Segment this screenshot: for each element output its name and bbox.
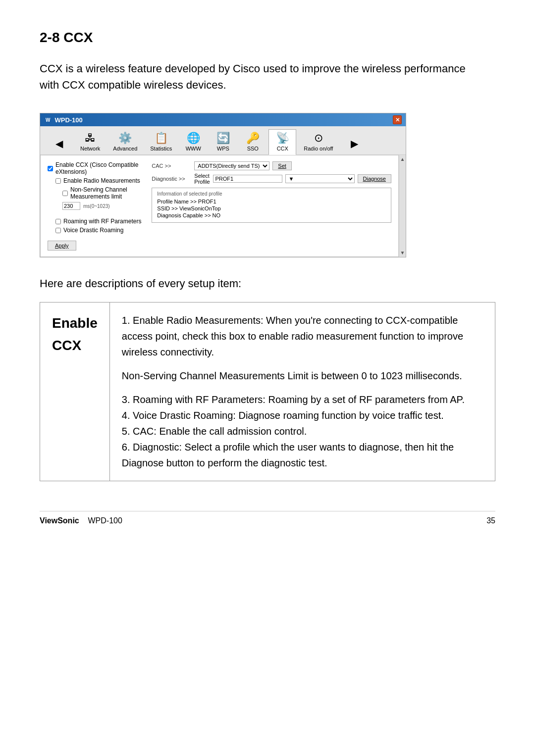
www-icon: 🌐: [187, 132, 200, 145]
enable-ccx-label: Enable CCX (Cisco Compatible eXtensions): [55, 161, 145, 175]
next-icon: ▶: [351, 138, 358, 150]
toolbar-sso[interactable]: 🔑 SSO: [239, 129, 267, 154]
enable-ccx-row: Enable CCX (Cisco Compatible eXtensions): [48, 161, 145, 175]
info-box: Information of selected profile Profile …: [152, 188, 391, 223]
network-label: Network: [80, 146, 100, 151]
profile-input[interactable]: [213, 175, 282, 183]
info-box-title: Information of selected profile: [157, 191, 386, 197]
wps-label: WPS: [217, 146, 229, 151]
toolbar-back[interactable]: ◀: [45, 135, 73, 154]
enable-radio-row: Enable Radio Measurements: [48, 177, 145, 184]
ccx-label: CCX: [277, 146, 288, 151]
cac-select[interactable]: ADDTS(Directly send TS): [194, 161, 269, 170]
diagnostic-row: Diagnostic >> Select Profile ▼ Diagnose: [152, 173, 391, 185]
scroll-down-arrow[interactable]: ▼: [400, 249, 405, 257]
table-row: EnableCCX 1. Enable Radio Measurements: …: [40, 302, 495, 481]
roaming-rf-row: Roaming with RF Parameters: [48, 218, 145, 225]
voice-drastic-label: Voice Drastic Roaming: [63, 227, 123, 234]
ssid-line: SSID >> ViewSonicOnTop: [157, 205, 386, 211]
ccx-left-panel: Enable CCX (Cisco Compatible eXtensions)…: [48, 161, 145, 236]
statistics-label: Statistics: [150, 146, 172, 151]
set-button[interactable]: Set: [272, 161, 292, 170]
statistics-icon: 📋: [155, 132, 168, 145]
content-area: Enable CCX (Cisco Compatible eXtensions)…: [40, 155, 406, 257]
non-serving-checkbox[interactable]: [62, 191, 68, 196]
ccx-right-panel: CAC >> ADDTS(Directly send TS) Set Diagn…: [152, 161, 391, 236]
toolbar-wps[interactable]: 🔄 WPS: [209, 129, 237, 154]
toolbar-network[interactable]: 🖧 Network: [75, 129, 106, 154]
toolbar-advanced[interactable]: ⚙️ Advanced: [107, 129, 143, 154]
enable-ccx-checkbox[interactable]: [48, 166, 53, 171]
toolbar-www[interactable]: 🌐 WWW: [179, 129, 207, 154]
titlebar-left: W WPD-100: [44, 116, 83, 124]
desc-content: 1. Enable Radio Measurements: When you'r…: [122, 312, 483, 471]
footer-brand: ViewSonic WPD-100: [40, 516, 122, 525]
cac-row: CAC >> ADDTS(Directly send TS) Set: [152, 161, 391, 170]
sso-icon: 🔑: [246, 132, 260, 145]
scrollbar[interactable]: ▲ ▼: [399, 155, 406, 257]
diagnosis-capable-line: Diagnosis Capable >> NO: [157, 212, 386, 218]
back-icon: ◀: [55, 138, 63, 150]
www-label: WWW: [186, 146, 201, 151]
advanced-icon: ⚙️: [118, 132, 132, 145]
radio-icon: ⊙: [314, 132, 323, 145]
network-icon: 🖧: [85, 132, 96, 145]
footer: ViewSonic WPD-100 35: [40, 511, 495, 525]
desc-para-1: 1. Enable Radio Measurements: When you'r…: [122, 312, 483, 360]
window-title: WPD-100: [54, 116, 82, 124]
close-button[interactable]: ✕: [393, 115, 402, 124]
select-profile-label: Select Profile: [194, 173, 210, 185]
table-col-right: 1. Enable Radio Measurements: When you'r…: [109, 302, 495, 481]
desc-para-2: Non-Serving Channel Measurements Limit i…: [122, 368, 483, 384]
diagnose-button[interactable]: Diagnose: [358, 174, 391, 183]
toolbar-statistics[interactable]: 📋 Statistics: [145, 129, 177, 154]
non-serving-label: Non-Serving Channel Measurements limit: [70, 186, 145, 200]
non-serving-row: Non-Serving Channel Measurements limit: [48, 186, 145, 200]
profile-select[interactable]: ▼: [285, 174, 355, 183]
sso-label: SSO: [247, 146, 259, 151]
cac-label: CAC >>: [152, 163, 191, 169]
table-col-left: EnableCCX: [40, 302, 110, 481]
advanced-label: Advanced: [113, 146, 137, 151]
apply-button[interactable]: Apply: [48, 241, 76, 251]
toolbar-next[interactable]: ▶: [340, 135, 368, 154]
enable-radio-label: Enable Radio Measurements: [63, 177, 140, 184]
vs-logo-icon: W: [44, 117, 52, 123]
intro-text: CCX is a wireless feature developed by C…: [40, 60, 466, 93]
scroll-up-arrow[interactable]: ▲: [400, 155, 405, 163]
radio-label: Radio on/off: [304, 146, 333, 151]
profile-name-line: Profile Name >> PROF1: [157, 199, 386, 204]
toolbar-ccx[interactable]: 📡 CCX: [268, 129, 296, 155]
here-text: Here are descriptions of every setup ite…: [40, 277, 495, 290]
input-hint: ms(0~1023): [83, 203, 110, 209]
wps-icon: 🔄: [216, 132, 230, 145]
voice-drastic-row: Voice Drastic Roaming: [48, 227, 145, 234]
ccx-section: Enable CCX (Cisco Compatible eXtensions)…: [48, 161, 391, 236]
ms-input[interactable]: [62, 202, 80, 210]
footer-page: 35: [486, 516, 495, 525]
description-table: EnableCCX 1. Enable Radio Measurements: …: [40, 302, 495, 481]
enable-label: EnableCCX: [52, 312, 98, 357]
diagnostic-label: Diagnostic >>: [152, 176, 191, 182]
roaming-rf-label: Roaming with RF Parameters: [63, 218, 141, 225]
wpd-titlebar: W WPD-100 ✕: [40, 113, 406, 126]
wpd-toolbar: ◀ 🖧 Network ⚙️ Advanced 📋 Statistics 🌐 W…: [40, 126, 406, 155]
page-title: 2-8 CCX: [40, 30, 495, 46]
desc-para-3: 3. Roaming with RF Parameters: Roaming b…: [122, 392, 483, 471]
toolbar-radio[interactable]: ⊙ Radio on/off: [298, 129, 338, 154]
footer-model: WPD-100: [88, 516, 122, 525]
voice-drastic-checkbox[interactable]: [55, 228, 61, 233]
wpd-window: W WPD-100 ✕ ◀ 🖧 Network ⚙️ Advanced 📋 St…: [40, 113, 406, 257]
ccx-icon: 📡: [276, 132, 289, 145]
wpd-content: Enable CCX (Cisco Compatible eXtensions)…: [40, 155, 399, 257]
input-row: ms(0~1023): [62, 202, 145, 210]
enable-radio-checkbox[interactable]: [55, 178, 61, 184]
roaming-rf-checkbox[interactable]: [55, 219, 61, 224]
footer-brand-name: ViewSonic: [40, 516, 79, 525]
